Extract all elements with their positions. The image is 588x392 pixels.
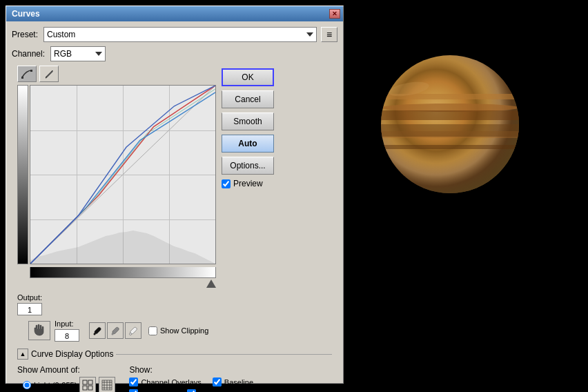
dialog-title: Curves — [9, 9, 40, 19]
close-button[interactable]: ✕ — [329, 9, 340, 19]
grid-4x4-button[interactable] — [79, 377, 96, 392]
section-divider — [116, 354, 332, 355]
channel-label: Channel: — [12, 49, 46, 59]
jupiter-planet — [381, 55, 519, 193]
gray-eyedropper-button[interactable] — [107, 322, 124, 339]
pencil-tool-icon — [44, 69, 54, 79]
curves-dialog: Curves ✕ Preset: Custom Default Linear C… — [6, 6, 344, 384]
baseline-label: Baseline — [224, 378, 253, 386]
preset-select[interactable]: Custom Default Linear Contrast — [43, 27, 317, 42]
channel-row: Channel: RGB Red Green Blue — [12, 46, 337, 61]
show-label: Show: — [129, 365, 254, 375]
input-value[interactable]: 8 — [55, 329, 79, 342]
bottom-tools-row: Input: 8 — [17, 320, 216, 342]
triangle-row — [17, 280, 216, 289]
grid-4x4-icon — [82, 380, 93, 391]
light-radio[interactable] — [23, 381, 31, 389]
y-gradient — [17, 85, 28, 264]
gray-eyedropper-icon — [110, 326, 120, 335]
svg-point-4 — [112, 333, 114, 335]
svg-point-5 — [130, 333, 132, 335]
svg-point-3 — [94, 333, 96, 335]
preset-row: Preset: Custom Default Linear Contrast ≡ — [12, 27, 337, 42]
channel-select[interactable]: RGB Red Green Blue — [50, 46, 106, 61]
preset-menu-button[interactable]: ≡ — [321, 27, 337, 42]
graph-wrapper — [17, 85, 216, 264]
svg-rect-6 — [83, 380, 87, 384]
eyedropper-buttons — [89, 322, 141, 339]
white-eyedropper-button[interactable] — [125, 322, 141, 339]
title-bar: Curves ✕ — [6, 6, 343, 21]
preview-label: Preview — [233, 179, 263, 188]
intersection-line-checkbox[interactable] — [187, 389, 196, 392]
x-gradient — [30, 267, 216, 278]
svg-rect-8 — [83, 386, 87, 390]
intersection-line-label: Intersection Line — [199, 390, 255, 393]
output-input-wrapper: Output: 1 — [17, 293, 216, 315]
curves-display — [30, 86, 215, 264]
channel-overlays-label: Channel Overlays — [141, 378, 201, 386]
curve-graph[interactable] — [30, 85, 216, 264]
hand-tool-button[interactable] — [28, 321, 50, 340]
preview-row: Preview — [222, 179, 277, 188]
histogram-row: Histogram Intersection Line — [129, 389, 254, 392]
right-buttons-panel: OK Cancel Smooth Auto Options... Preview — [222, 66, 277, 342]
grid-fine-icon — [101, 380, 112, 391]
cancel-button[interactable]: Cancel — [222, 90, 274, 108]
white-eyedropper-icon — [128, 326, 138, 335]
svg-rect-0 — [21, 77, 23, 79]
tool-row — [17, 66, 216, 82]
input-label: Input: — [55, 320, 79, 328]
output-label: Output: — [17, 293, 42, 302]
jupiter-image — [381, 55, 533, 207]
left-panel: Output: 1 Input: 8 — [17, 66, 216, 342]
show-column: Show: Channel Overlays Baseline Histogra… — [129, 365, 254, 392]
show-clipping-label: Show Clipping — [160, 326, 208, 335]
show-amount-label: Show Amount of: — [17, 365, 115, 375]
svg-line-2 — [30, 86, 215, 264]
show-clipping-row: Show Clipping — [148, 326, 208, 335]
pencil-tool-button[interactable] — [39, 66, 59, 82]
histogram-checkbox[interactable] — [129, 389, 138, 392]
channel-overlays-checkbox[interactable] — [129, 378, 138, 386]
black-eyedropper-button[interactable] — [89, 322, 106, 339]
triangle-indicator — [206, 280, 216, 288]
light-radio-row: Light (0-255) — [17, 377, 115, 392]
smooth-button[interactable]: Smooth — [222, 112, 274, 130]
curve-tool-button[interactable] — [17, 66, 37, 82]
light-label: Light (0-255) — [34, 381, 77, 389]
preview-checkbox[interactable] — [222, 179, 231, 188]
section-title: Curve Display Options — [31, 349, 113, 359]
grid-fine-button[interactable] — [99, 377, 115, 392]
svg-rect-9 — [88, 386, 92, 390]
triangle-container — [30, 280, 216, 289]
histogram-label: Histogram — [141, 390, 175, 393]
output-section: Output: 1 — [17, 293, 42, 315]
dialog-body: Preset: Custom Default Linear Contrast ≡… — [6, 21, 343, 392]
show-amount-row: Show Amount of: Light (0-255) — [17, 365, 115, 392]
output-value[interactable]: 1 — [17, 303, 42, 315]
show-clipping-checkbox[interactable] — [148, 326, 157, 335]
preset-label: Preset: — [12, 30, 39, 39]
ok-button[interactable]: OK — [222, 68, 274, 86]
input-section: Input: 8 — [55, 320, 79, 342]
options-button[interactable]: Options... — [222, 157, 274, 175]
section-header: ▲ Curve Display Options — [17, 349, 332, 360]
hand-tool-icon — [32, 323, 47, 338]
curve-tool-icon — [21, 69, 33, 79]
collapse-button[interactable]: ▲ — [17, 349, 28, 360]
show-amount-column: Show Amount of: Light (0-255) — [17, 365, 115, 392]
grid-icons — [79, 377, 115, 392]
svg-rect-1 — [30, 70, 32, 72]
svg-rect-7 — [88, 380, 92, 384]
options-content: Show Amount of: Light (0-255) — [17, 365, 332, 392]
channel-overlays-row: Channel Overlays Baseline — [129, 378, 254, 386]
main-area: Output: 1 Input: 8 — [12, 66, 337, 342]
baseline-checkbox[interactable] — [213, 378, 222, 386]
black-eyedropper-icon — [92, 326, 102, 335]
auto-button[interactable]: Auto — [222, 135, 274, 153]
curve-display-section: ▲ Curve Display Options Show Amount of: … — [12, 349, 337, 392]
